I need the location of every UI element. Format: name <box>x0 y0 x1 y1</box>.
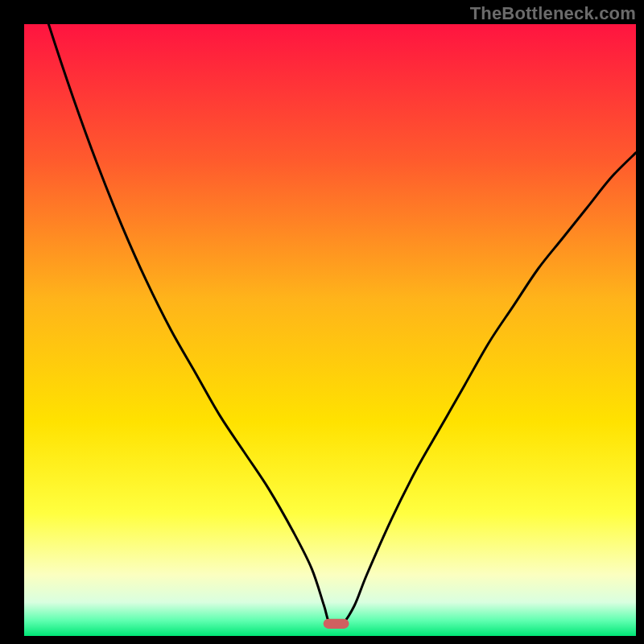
axis-border-right <box>636 0 644 644</box>
gradient-background <box>24 24 636 636</box>
chart-frame: { "watermark": { "text": "TheBottleneck.… <box>0 0 644 644</box>
watermark-text: TheBottleneck.com <box>470 3 636 24</box>
bottleneck-chart <box>0 0 644 644</box>
axis-border-bottom <box>0 636 644 644</box>
axis-border-left <box>0 0 24 644</box>
optimal-marker <box>324 619 349 629</box>
